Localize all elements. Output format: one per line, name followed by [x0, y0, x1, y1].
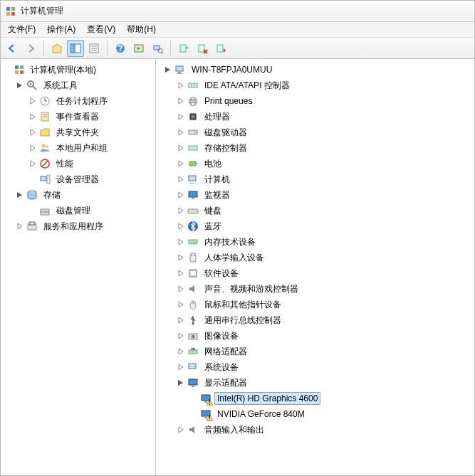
svg-rect-86 [192, 386, 194, 387]
node-system-dev[interactable]: 系统设备 [176, 359, 473, 375]
expand-icon[interactable] [176, 127, 186, 137]
expand-icon[interactable] [28, 96, 38, 106]
node-battery[interactable]: 电池 [176, 156, 473, 171]
left-tree-pane[interactable]: 计算机管理(本地) 系统工具 任务计划程序 事件查看器 共享文件夹 [1, 59, 156, 475]
expand-icon[interactable] [176, 112, 186, 122]
node-usb[interactable]: 通用串行总线控制器 [176, 312, 473, 328]
node-display-adapters[interactable]: 显示适配器 [176, 375, 473, 391]
node-software[interactable]: 软件设备 [176, 265, 473, 281]
node-ide[interactable]: IDE ATA/ATAPI 控制器 [176, 78, 473, 93]
update-driver-button[interactable] [175, 40, 192, 57]
node-monitor[interactable]: 监视器 [176, 187, 473, 203]
node-computer-management[interactable]: 计算机管理(本地) [2, 62, 154, 78]
node-computer[interactable]: WIN-T8FPJA0UMUU [163, 62, 473, 78]
expand-icon[interactable] [176, 253, 186, 263]
forward-button[interactable] [22, 40, 39, 57]
expand-icon[interactable] [176, 425, 186, 435]
expand-icon[interactable] [176, 174, 186, 184]
node-audio-io[interactable]: 音频输入和输出 [176, 422, 473, 438]
node-label: 设备管理器 [53, 172, 102, 187]
services-icon [26, 221, 38, 232]
collapse-icon[interactable] [176, 378, 186, 388]
node-device-manager[interactable]: 设备管理器 [28, 171, 154, 187]
menu-help[interactable]: 帮助(H) [121, 22, 162, 37]
svg-rect-4 [71, 44, 74, 53]
action-button[interactable] [130, 40, 147, 57]
expand-icon[interactable] [176, 315, 186, 325]
menu-view[interactable]: 查看(V) [81, 22, 121, 37]
expand-icon[interactable] [176, 143, 186, 153]
scan-hardware-button[interactable] [149, 40, 166, 57]
node-disk[interactable]: 磁盘驱动器 [176, 125, 473, 140]
show-tree-button[interactable] [67, 40, 84, 57]
svg-point-79 [192, 323, 194, 325]
speaker-icon [187, 283, 199, 295]
shared-folders-icon [39, 127, 51, 138]
node-local-users[interactable]: 本地用户和组 [28, 140, 154, 156]
svg-rect-22 [15, 65, 19, 69]
expand-icon[interactable] [28, 127, 38, 137]
node-disk-management[interactable]: 磁盘管理 [28, 203, 154, 218]
disable-button[interactable] [212, 40, 229, 57]
node-label: 计算机管理(本地) [28, 63, 99, 78]
node-label: 性能 [53, 157, 76, 171]
menu-file[interactable]: 文件(F) [2, 22, 41, 37]
node-services[interactable]: 服务和应用程序 [15, 218, 154, 234]
svg-rect-58 [189, 146, 197, 150]
node-computer-cat[interactable]: 计算机 [176, 171, 473, 187]
speaker-icon [187, 424, 199, 435]
node-storage-ctrl[interactable]: 存储控制器 [176, 140, 473, 156]
collapse-icon[interactable] [163, 65, 173, 75]
menu-action[interactable]: 操作(A) [41, 22, 81, 37]
node-bluetooth[interactable]: 蓝牙 [176, 218, 473, 234]
system-dev-icon [187, 361, 199, 373]
expand-icon[interactable] [176, 206, 186, 216]
properties-button[interactable] [85, 40, 103, 57]
expand-icon[interactable] [28, 159, 38, 169]
collapse-icon[interactable] [15, 190, 25, 200]
node-hid[interactable]: 人体学输入设备 [176, 250, 473, 265]
expand-icon[interactable] [176, 96, 186, 106]
expand-icon[interactable] [28, 112, 38, 122]
expand-icon[interactable] [15, 221, 25, 231]
node-mouse[interactable]: 鼠标和其他指针设备 [176, 297, 473, 312]
expand-icon[interactable] [176, 300, 186, 310]
expand-icon[interactable] [28, 143, 38, 153]
node-memory[interactable]: 内存技术设备 [176, 234, 473, 250]
node-nvidia[interactable]: !NVIDIA GeForce 840M [189, 406, 473, 422]
expand-icon[interactable] [176, 190, 186, 200]
up-button[interactable] [48, 40, 66, 57]
svg-rect-53 [191, 102, 195, 105]
collapse-icon[interactable] [15, 80, 25, 90]
expand-icon[interactable] [176, 331, 186, 341]
expand-icon[interactable] [176, 347, 186, 356]
node-storage[interactable]: 存储 [15, 187, 154, 203]
node-intel-graphics[interactable]: !Intel(R) HD Graphics 4600 [189, 391, 473, 406]
node-sound[interactable]: 声音、视频和游戏控制器 [176, 281, 473, 297]
node-performance[interactable]: 性能 [28, 156, 154, 171]
help-button[interactable]: ? [112, 40, 129, 57]
node-event-viewer[interactable]: 事件查看器 [28, 109, 154, 125]
node-system-tools[interactable]: 系统工具 [15, 78, 154, 93]
node-label: 蓝牙 [202, 219, 224, 234]
right-tree-pane[interactable]: WIN-T8FPJA0UMUU IDE ATA/ATAPI 控制器 Print … [156, 59, 474, 475]
uninstall-button[interactable] [194, 40, 211, 57]
expand-icon[interactable] [176, 80, 186, 90]
node-keyboard[interactable]: 键盘 [176, 203, 473, 218]
node-print[interactable]: Print queues [176, 93, 473, 109]
node-task-scheduler[interactable]: 任务计划程序 [28, 93, 154, 109]
node-label: Print queues [202, 95, 255, 107]
event-viewer-icon [39, 111, 51, 122]
node-network[interactable]: 网络适配器 [176, 344, 473, 359]
expand-icon[interactable] [176, 284, 186, 294]
node-imaging[interactable]: 图像设备 [176, 328, 473, 344]
expand-icon[interactable] [176, 362, 186, 372]
node-cpu[interactable]: 处理器 [176, 109, 473, 125]
back-button[interactable] [4, 40, 21, 57]
printer-icon [187, 95, 199, 107]
expand-icon[interactable] [176, 221, 186, 231]
expand-icon[interactable] [176, 268, 186, 278]
expand-icon[interactable] [176, 237, 186, 247]
node-shared-folders[interactable]: 共享文件夹 [28, 125, 154, 140]
expand-icon[interactable] [176, 159, 186, 169]
